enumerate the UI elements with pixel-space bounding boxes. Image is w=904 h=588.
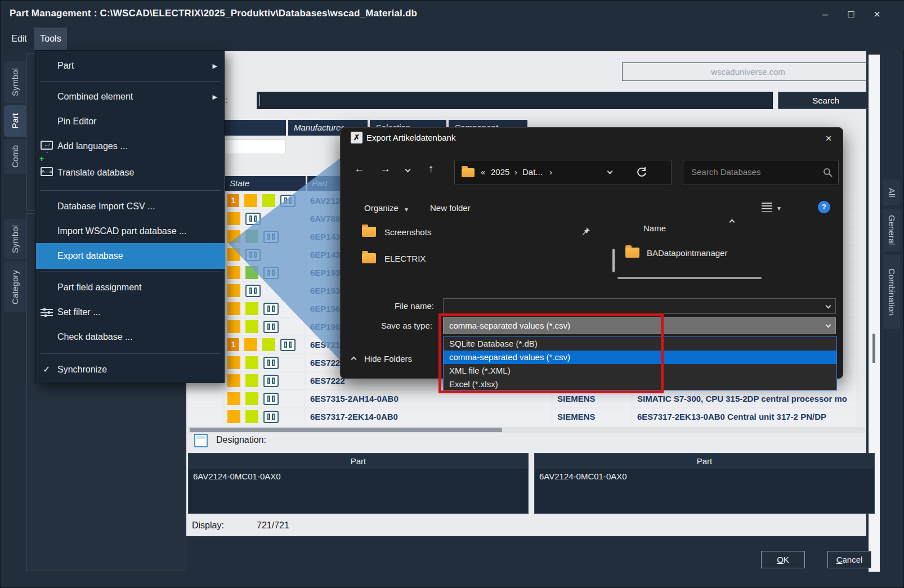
state-square-orange bbox=[227, 392, 240, 405]
state-square-orange bbox=[227, 410, 240, 423]
ok-button[interactable]: OK bbox=[761, 551, 805, 568]
menu-item-part-field-assignment[interactable]: Part field assignment bbox=[36, 277, 225, 298]
window-state-icon bbox=[263, 303, 279, 315]
folder-icon bbox=[362, 227, 376, 237]
forward-icon[interactable]: → bbox=[380, 163, 391, 175]
menu-item-set-filter[interactable]: Set filter ... bbox=[36, 302, 225, 323]
checkmark-icon: ✓ bbox=[43, 359, 50, 380]
breadcrumb-collapse[interactable]: « bbox=[481, 167, 485, 177]
part-panel-left: Part 6AV2124-0MC01-0AX0 bbox=[188, 453, 529, 514]
name-column-header[interactable]: Name bbox=[643, 223, 666, 233]
breadcrumb-databases[interactable]: Dat... bbox=[522, 167, 543, 177]
menu-separator bbox=[41, 81, 221, 82]
horizontal-scrollbar-thumb[interactable] bbox=[190, 428, 502, 432]
folder-icon bbox=[362, 253, 376, 263]
help-icon[interactable]: ? bbox=[818, 201, 830, 213]
view-mode-chevron-icon[interactable]: ▼ bbox=[776, 205, 782, 212]
maximize-button[interactable]: □ bbox=[842, 6, 861, 22]
state-cell bbox=[225, 390, 304, 407]
search-databases-input[interactable]: Search Databases bbox=[683, 160, 839, 185]
menu-item-export-database[interactable]: Export database bbox=[36, 243, 225, 269]
priority-badge: 1 bbox=[227, 338, 239, 351]
tab-all[interactable]: All bbox=[883, 179, 901, 205]
menu-item-add-languages[interactable]: ←/→+ Add languages ... bbox=[36, 136, 225, 157]
new-folder-button[interactable]: New folder bbox=[430, 203, 471, 213]
component-cell: 6ES7317-2EK13-0AB0 Central unit 317-2 PN… bbox=[633, 409, 856, 425]
menu-tools[interactable]: Tools bbox=[34, 28, 67, 50]
tab-symbol-top[interactable]: Symbol bbox=[4, 61, 26, 103]
menu-item-translate-database[interactable]: A↔a Translate database bbox=[36, 162, 225, 183]
dialog-close-icon[interactable]: × bbox=[820, 131, 837, 146]
address-dropdown-chevron-icon[interactable] bbox=[607, 169, 613, 174]
address-bar[interactable]: « 2025 › Dat... › bbox=[454, 160, 672, 185]
file-name-input[interactable] bbox=[443, 298, 836, 314]
menu-item-pin-editor[interactable]: Pin Editor bbox=[36, 111, 225, 132]
file-name-chevron-icon[interactable] bbox=[826, 303, 831, 309]
priority-badge: 1 bbox=[227, 194, 239, 207]
tab-symbol-bottom[interactable]: Symbol bbox=[4, 219, 26, 259]
breadcrumb-separator: › bbox=[549, 167, 552, 177]
part-panel-left-header: Part bbox=[189, 454, 528, 469]
search-label-colon: : bbox=[225, 95, 227, 105]
row-leading-cell bbox=[188, 390, 223, 407]
folder-icon bbox=[625, 248, 639, 258]
tab-part[interactable]: Part bbox=[4, 105, 26, 137]
vertical-scrollbar-thumb[interactable] bbox=[872, 334, 875, 363]
translate-icon: A↔a bbox=[41, 167, 53, 176]
tab-comb[interactable]: Comb bbox=[4, 139, 26, 174]
tab-general[interactable]: General bbox=[883, 209, 901, 252]
designation-icon[interactable] bbox=[194, 434, 208, 447]
submenu-arrow-icon: ▶ bbox=[213, 55, 217, 77]
menu-item-combined-element[interactable]: Combined element▶ bbox=[36, 86, 225, 107]
menu-item-synchronize[interactable]: ✓ Synchronize bbox=[36, 359, 225, 380]
menu-item-part[interactable]: Part▶ bbox=[36, 55, 225, 77]
table-row[interactable]: 6ES7317-2EK14-0AB0SIEMENS6ES7317-2EK13-0… bbox=[188, 409, 865, 425]
back-icon[interactable]: ← bbox=[354, 163, 365, 175]
cancel-button[interactable]: Cancel bbox=[827, 551, 871, 568]
pane-scrollbar[interactable] bbox=[612, 249, 615, 272]
minimize-button[interactable]: – bbox=[816, 6, 835, 22]
annotation-red-box bbox=[438, 313, 664, 393]
filter-input-cell[interactable] bbox=[225, 139, 285, 154]
title-bar[interactable]: Part Management : C:\WSCAD\ELECTRIX\2025… bbox=[1, 1, 904, 28]
subheader-state[interactable]: State bbox=[225, 176, 306, 191]
menu-item-database-import-csv[interactable]: Database Import CSV ... bbox=[36, 196, 225, 217]
view-mode-icon[interactable] bbox=[762, 203, 772, 212]
menu-item-check-database[interactable]: Check database ... bbox=[36, 326, 225, 348]
up-icon[interactable]: ↑ bbox=[428, 163, 434, 175]
tab-category[interactable]: Category bbox=[4, 262, 26, 312]
tab-combination[interactable]: Combination bbox=[883, 255, 901, 329]
window-state-icon bbox=[280, 339, 296, 351]
wscaduniverse-link[interactable]: wscaduniverse.com bbox=[622, 62, 874, 81]
breadcrumb-2025[interactable]: 2025 bbox=[491, 167, 509, 177]
component-cell: SIMATIC S7-300, CPU 315-2DP central proc… bbox=[633, 390, 856, 407]
state-square-lime bbox=[245, 392, 258, 405]
sort-ascending-icon bbox=[730, 219, 735, 225]
state-square-lime bbox=[262, 338, 275, 351]
state-square-orange bbox=[227, 284, 240, 297]
state-square-lime bbox=[245, 320, 258, 333]
organize-button[interactable]: Organize bbox=[364, 203, 399, 213]
search-button[interactable]: Search bbox=[778, 92, 874, 109]
menu-separator bbox=[41, 271, 221, 272]
menu-item-import-wscad-part-database[interactable]: Import WSCAD part database ... bbox=[36, 221, 225, 242]
close-button[interactable]: × bbox=[867, 6, 887, 22]
hide-folders-chevron-icon bbox=[351, 357, 357, 362]
part-panel-right-value[interactable]: 6AV2124-0MC01-0AX0 bbox=[535, 469, 874, 513]
save-as-type-chevron-icon[interactable] bbox=[826, 322, 831, 328]
state-square-lime bbox=[245, 302, 258, 315]
state-cell bbox=[225, 409, 304, 425]
text-caret bbox=[259, 95, 260, 106]
pane-horizontal-scrollbar[interactable] bbox=[617, 277, 762, 279]
history-chevron-icon[interactable] bbox=[405, 167, 411, 173]
window-state-icon bbox=[263, 321, 279, 333]
state-cell bbox=[225, 354, 304, 371]
state-square-lime bbox=[245, 356, 258, 369]
search-placeholder: Search Databases bbox=[691, 167, 760, 177]
search-input[interactable] bbox=[257, 92, 773, 109]
menu-edit[interactable]: Edit bbox=[6, 28, 32, 50]
state-square-orange bbox=[227, 266, 240, 279]
file-name-label: File name: bbox=[395, 301, 434, 311]
window-state-icon bbox=[263, 393, 279, 405]
part-panel-left-value[interactable]: 6AV2124-0MC01-0AX0 bbox=[189, 469, 528, 513]
